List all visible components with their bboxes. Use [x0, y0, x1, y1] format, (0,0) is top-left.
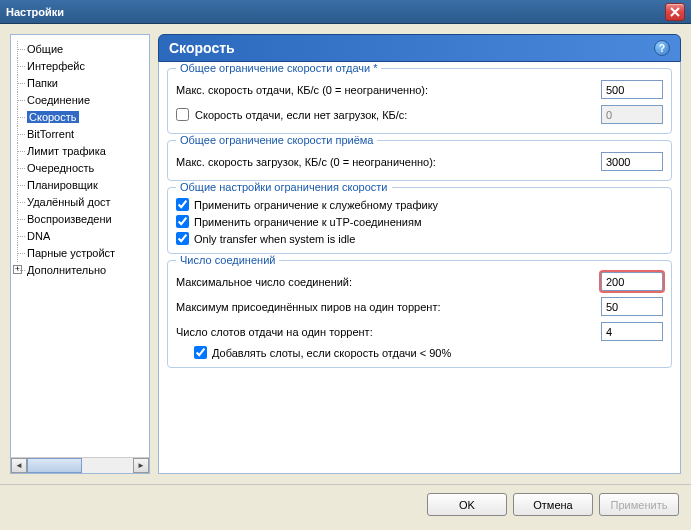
connections-group: Число соединений Максимальное число соед…: [167, 260, 672, 368]
conn-add-slots-checkbox[interactable]: [194, 346, 207, 359]
common-group-title: Общие настройки ограничения скорости: [176, 181, 392, 193]
sidebar-item-traffic-limit[interactable]: Лимит трафика: [13, 143, 147, 160]
sidebar-item-scheduler[interactable]: Планировщик: [13, 177, 147, 194]
sidebar-item-general[interactable]: Общие: [13, 41, 147, 58]
upload-alt-checkbox[interactable]: [176, 108, 189, 121]
sidebar-item-queue[interactable]: Очередность: [13, 160, 147, 177]
download-max-label: Макс. скорость загрузок, КБ/с (0 = неогр…: [176, 156, 595, 168]
download-max-input[interactable]: [601, 152, 663, 171]
conn-max-label: Максимальное число соединений:: [176, 276, 595, 288]
help-icon[interactable]: ?: [654, 40, 670, 56]
scroll-track[interactable]: [27, 458, 133, 473]
titlebar: Настройки: [0, 0, 691, 24]
upload-alt-label: Скорость отдачи, если нет загрузок, КБ/с…: [195, 109, 595, 121]
expand-icon[interactable]: +: [13, 265, 22, 274]
upload-alt-input: [601, 105, 663, 124]
conn-peers-input[interactable]: [601, 297, 663, 316]
sidebar-item-bittorrent[interactable]: BitTorrent: [13, 126, 147, 143]
conn-peers-label: Максимум присоединённых пиров на один то…: [176, 301, 595, 313]
conn-max-input[interactable]: [601, 272, 663, 291]
sidebar-item-playback[interactable]: Воспроизведени: [13, 211, 147, 228]
common-opt2-checkbox[interactable]: [176, 215, 189, 228]
scroll-right-button[interactable]: ►: [133, 458, 149, 473]
sidebar-item-advanced[interactable]: +Дополнительно: [13, 262, 147, 279]
connections-group-title: Число соединений: [176, 254, 279, 266]
category-tree: Общие Интерфейс Папки Соединение Скорост…: [11, 41, 149, 279]
sidebar-item-paired[interactable]: Парные устройст: [13, 245, 147, 262]
scroll-left-button[interactable]: ◄: [11, 458, 27, 473]
panel-body: Общее ограничение скорости отдачи * Макс…: [158, 62, 681, 474]
conn-slots-label: Число слотов отдачи на один торрент:: [176, 326, 595, 338]
window-title: Настройки: [6, 6, 64, 18]
sidebar-item-connection[interactable]: Соединение: [13, 92, 147, 109]
sidebar-item-interface[interactable]: Интерфейс: [13, 58, 147, 75]
apply-button: Применить: [599, 493, 679, 516]
sidebar-scrollbar[interactable]: ◄ ►: [11, 457, 149, 473]
common-opt1-label: Применить ограничение к служебному трафи…: [194, 199, 438, 211]
download-group: Общее ограничение скорости приёма Макс. …: [167, 140, 672, 181]
ok-button[interactable]: OK: [427, 493, 507, 516]
dialog-footer: OK Отмена Применить: [0, 484, 691, 524]
sidebar-item-remote[interactable]: Удалённый дост: [13, 194, 147, 211]
upload-group-title: Общее ограничение скорости отдачи *: [176, 62, 381, 74]
conn-add-slots-label: Добавлять слоты, если скорость отдачи < …: [212, 347, 451, 359]
common-group: Общие настройки ограничения скорости При…: [167, 187, 672, 254]
download-group-title: Общее ограничение скорости приёма: [176, 134, 377, 146]
upload-group: Общее ограничение скорости отдачи * Макс…: [167, 68, 672, 134]
common-opt2-label: Применить ограничение к uTP-соединениям: [194, 216, 422, 228]
upload-max-label: Макс. скорость отдачи, КБ/с (0 = неогран…: [176, 84, 595, 96]
common-opt3-label: Only transfer when system is idle: [194, 233, 355, 245]
sidebar-item-dna[interactable]: DNA: [13, 228, 147, 245]
sidebar-item-folders[interactable]: Папки: [13, 75, 147, 92]
close-button[interactable]: [665, 3, 685, 21]
scroll-thumb[interactable]: [27, 458, 82, 473]
common-opt3-checkbox[interactable]: [176, 232, 189, 245]
panel-title: Скорость: [169, 40, 235, 56]
cancel-button[interactable]: Отмена: [513, 493, 593, 516]
common-opt1-checkbox[interactable]: [176, 198, 189, 211]
category-sidebar: Общие Интерфейс Папки Соединение Скорост…: [10, 34, 150, 474]
close-icon: [670, 7, 680, 17]
panel-header: Скорость ?: [158, 34, 681, 62]
conn-slots-input[interactable]: [601, 322, 663, 341]
upload-max-input[interactable]: [601, 80, 663, 99]
sidebar-item-speed[interactable]: Скорость: [13, 109, 147, 126]
